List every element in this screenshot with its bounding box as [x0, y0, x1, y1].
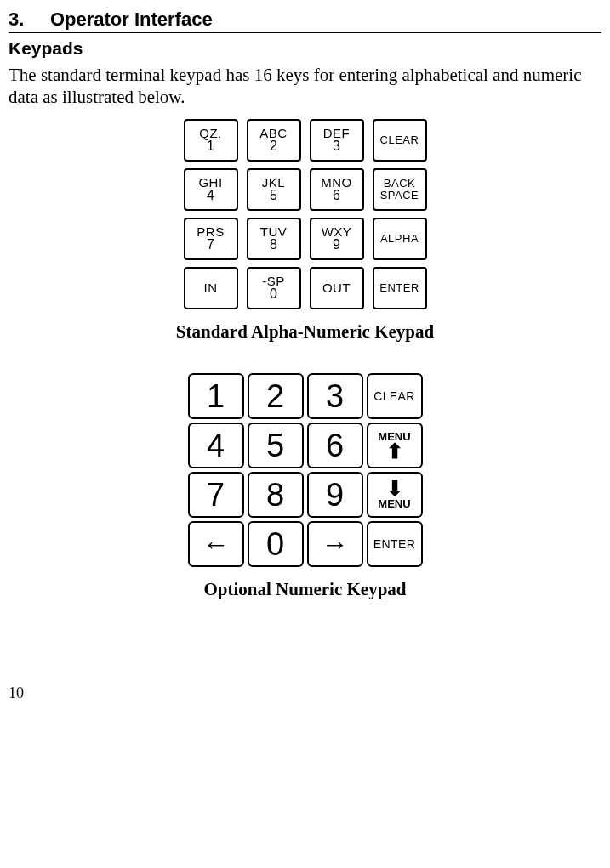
numkey-8[interactable]: 8 [248, 472, 304, 518]
intro-paragraph: The standard terminal keypad has 16 keys… [9, 64, 601, 109]
page-number: 10 [9, 684, 24, 702]
numeric-keypad: 1 2 3 CLEAR 4 5 6 MENU ⬆ 7 8 9 ⬇ MENU ← … [188, 373, 423, 567]
section-title-text: Operator Interface [50, 9, 213, 30]
arrow-right-icon: → [322, 533, 349, 555]
numeric-keypad-caption: Optional Numeric Keypad [9, 579, 601, 600]
arrow-up-icon: ⬆ [386, 443, 403, 460]
section-heading: 3. Operator Interface [9, 9, 601, 31]
numkey-left[interactable]: ← [188, 521, 244, 567]
numkey-clear[interactable]: CLEAR [367, 373, 423, 419]
key-enter[interactable]: ENTER [373, 267, 427, 309]
arrow-down-icon: ⬇ [386, 480, 403, 497]
numkey-menu-down[interactable]: ⬇ MENU [367, 472, 423, 518]
numkey-3[interactable]: 3 [307, 373, 363, 419]
section-rule [9, 32, 601, 33]
alpha-keypad-caption: Standard Alpha-Numeric Keypad [9, 321, 601, 343]
key-in[interactable]: IN [184, 267, 238, 309]
key-out[interactable]: OUT [310, 267, 364, 309]
key-clear[interactable]: CLEAR [373, 119, 427, 162]
arrow-left-icon: ← [202, 533, 230, 555]
numkey-1[interactable]: 1 [188, 373, 244, 419]
numkey-5[interactable]: 5 [248, 423, 304, 468]
numkey-0[interactable]: 0 [248, 521, 304, 567]
numkey-6[interactable]: 6 [307, 423, 363, 468]
section-number: 3. [9, 9, 24, 31]
key-8-tuv[interactable]: TUV8 [247, 218, 301, 260]
alpha-keypad: QZ.1 ABC2 DEF3 CLEAR GHI4 JKL5 MNO6 BACK… [184, 119, 427, 309]
numkey-9[interactable]: 9 [307, 472, 363, 518]
key-9-wxy[interactable]: WXY9 [310, 218, 364, 260]
numkey-2[interactable]: 2 [248, 373, 304, 419]
numkey-enter[interactable]: ENTER [367, 521, 423, 567]
numkey-7[interactable]: 7 [188, 472, 244, 518]
key-0-sp[interactable]: -SP0 [247, 267, 301, 309]
numkey-4[interactable]: 4 [188, 423, 244, 468]
key-4-ghi[interactable]: GHI4 [184, 168, 238, 211]
key-5-jkl[interactable]: JKL5 [247, 168, 301, 211]
key-backspace[interactable]: BACKSPACE [373, 168, 427, 211]
key-7-prs[interactable]: PRS7 [184, 218, 238, 260]
numkey-menu-up[interactable]: MENU ⬆ [367, 423, 423, 468]
keypads-subheading: Keypads [9, 38, 601, 59]
key-alpha[interactable]: ALPHA [373, 218, 427, 260]
key-1-qz[interactable]: QZ.1 [184, 119, 238, 162]
key-3-def[interactable]: DEF3 [310, 119, 364, 162]
numkey-right[interactable]: → [307, 521, 363, 567]
key-6-mno[interactable]: MNO6 [310, 168, 364, 211]
key-2-abc[interactable]: ABC2 [247, 119, 301, 162]
